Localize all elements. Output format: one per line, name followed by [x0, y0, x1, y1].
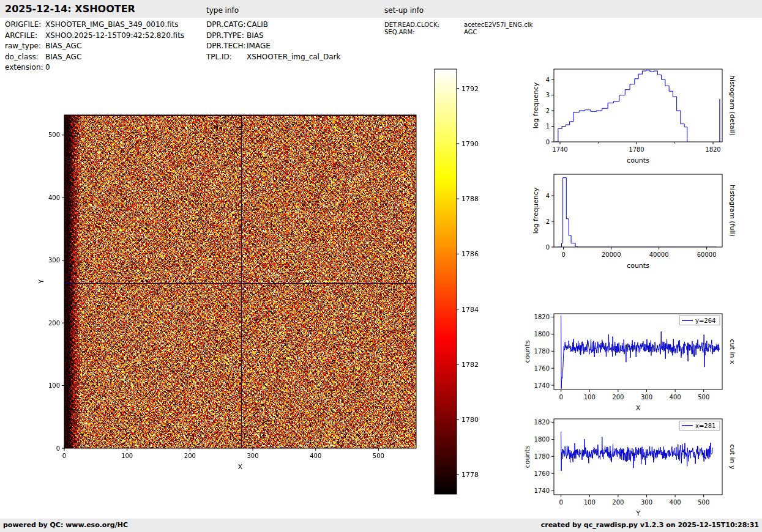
- figure-area: 01002003004005000100200300400500XY177817…: [0, 0, 762, 532]
- tick-label: 200: [184, 453, 196, 459]
- footer-right-text: created by qc_rawdisp.py v1.2.3 on 2025-…: [541, 521, 759, 529]
- colorbar-tick-label: 1784: [461, 306, 479, 314]
- type-metadata-block: DPR.CATG:CALIBDPR.TYPE:BIASDPR.TECH:IMAG…: [206, 20, 340, 63]
- metadata-label: TPL.ID:: [206, 53, 247, 64]
- colorbar-frame: [435, 69, 457, 494]
- tick-label: 1820: [534, 314, 550, 320]
- right-axis-label: histogram (full): [728, 185, 736, 237]
- tick-label: 400: [670, 499, 681, 506]
- metadata-value: XSHOOTER_IMG_BIAS_349_0010.fits: [45, 20, 179, 31]
- colorbar-tick-label: 1792: [461, 85, 479, 93]
- metadata-row: raw_type:BIAS_AGC: [5, 42, 184, 53]
- tick-label: 300: [641, 499, 652, 506]
- hist-detail-plot: 17401780182001234countslog frequencyhist…: [510, 61, 759, 174]
- tick-label: 40000: [649, 251, 669, 258]
- tick-label: 1760: [534, 365, 550, 372]
- metadata-row: ORIGFILE:XSHOOTER_IMG_BIAS_349_0010.fits: [5, 20, 184, 31]
- tick-label: 100: [584, 394, 596, 401]
- tick-label: 2: [546, 108, 550, 114]
- tick-label: 500: [373, 453, 384, 459]
- tick-label: 2: [546, 218, 550, 225]
- tick-label: 400: [670, 394, 681, 401]
- metadata-value: IMAGE: [247, 42, 271, 53]
- metadata-value: acetecE2V57I_ENG.clk: [464, 21, 532, 29]
- metadata-label: DPR.CATG:: [206, 20, 247, 31]
- tick-label: 200: [48, 320, 60, 327]
- tick-label: 500: [48, 131, 60, 138]
- y-axis-label: log frequency: [532, 82, 540, 128]
- metadata-value: AGC: [464, 29, 477, 36]
- x-axis-label: X: [238, 463, 243, 471]
- tick-label: 500: [698, 394, 709, 401]
- x-axis-label: Y: [635, 509, 640, 517]
- qc-report-page: 2025-12-14: XSHOOTER type info set-up in…: [0, 0, 762, 532]
- data-line: [561, 316, 720, 389]
- tick-label: 1780: [534, 348, 550, 355]
- colorbar-tick-label: 1780: [461, 416, 479, 424]
- tick-label: 1800: [534, 331, 550, 338]
- metadata-label: SEQ.ARM:: [384, 29, 464, 36]
- setup-info-heading: set-up info: [384, 6, 424, 15]
- tick-label: 4: [546, 76, 550, 83]
- metadata-label: ARCFILE:: [5, 31, 45, 42]
- y-axis-label: Y: [37, 279, 45, 284]
- metadata-row: SEQ.ARM:AGC: [384, 29, 532, 36]
- metadata-label: DPR.TYPE:: [206, 31, 247, 42]
- cut-y-plot: 010020030040050017401760178018001820Ycou…: [510, 410, 759, 526]
- x-axis-label: counts: [627, 157, 649, 164]
- tick-label: 100: [48, 382, 60, 389]
- tick-label: 300: [247, 453, 258, 459]
- colorbar-tick-label: 1788: [461, 195, 479, 203]
- cut-x-plot: 010020030040050017401760178018001820Xcou…: [510, 305, 759, 421]
- tick-label: 1740: [534, 382, 550, 389]
- metadata-label: ORIGFILE:: [5, 20, 45, 31]
- metadata-row: DPR.CATG:CALIB: [206, 20, 340, 31]
- tick-label: 100: [584, 499, 596, 506]
- tick-label: 0: [62, 453, 66, 459]
- x-axis-label: counts: [627, 262, 649, 270]
- footer-left-text: powered by QC: www.eso.org/HC: [3, 521, 128, 529]
- tick-label: 20000: [602, 251, 621, 258]
- metadata-value: CALIB: [247, 20, 268, 31]
- colorbar-tick-label: 1790: [461, 140, 479, 148]
- tick-label: 1760: [534, 470, 550, 477]
- colorbar-tick-label: 1782: [461, 361, 479, 369]
- metadata-row: TPL.ID:XSHOOTER_img_cal_Dark: [206, 53, 340, 64]
- tick-label: 1800: [534, 436, 550, 443]
- tick-label: 0: [56, 445, 60, 452]
- type-info-heading: type info: [206, 6, 239, 15]
- data-line: [557, 178, 716, 247]
- tick-label: 100: [121, 453, 133, 459]
- legend-label: y=264: [695, 317, 715, 324]
- metadata-value: XSHOO.2025-12-15T09:42:52.820.fits: [45, 31, 184, 42]
- tick-label: 1820: [705, 146, 720, 153]
- tick-label: 60000: [697, 251, 717, 258]
- right-axis-label: histogram (detail): [728, 75, 736, 136]
- hist-full-plot: 0200004000060000024countslog frequencyhi…: [510, 166, 759, 279]
- header-bar: 2025-12-14: XSHOOTER type info set-up in…: [0, 0, 762, 18]
- plot-frame: [554, 69, 722, 142]
- metadata-value: XSHOOTER_img_cal_Dark: [247, 53, 340, 64]
- metadata-row: DPR.TECH:IMAGE: [206, 42, 340, 53]
- y-axis-label: log frequency: [532, 187, 540, 234]
- metadata-row: DPR.TYPE:BIAS: [206, 31, 340, 42]
- tick-label: 1: [546, 123, 550, 130]
- right-axis-label: cut in y: [728, 445, 736, 470]
- data-line: [561, 432, 712, 471]
- colorbar-plot: 17781780178217841786178817901792: [428, 62, 499, 501]
- tick-label: 400: [310, 453, 321, 459]
- metadata-label: DET.READ.CLOCK:: [384, 21, 464, 29]
- metadata-label: extension:: [5, 63, 45, 74]
- tick-label: 3: [546, 92, 550, 98]
- tick-label: 300: [641, 394, 652, 401]
- setup-metadata-block: DET.READ.CLOCK:acetecE2V57I_ENG.clkSEQ.A…: [384, 21, 532, 35]
- tick-label: 0: [561, 251, 565, 258]
- tick-label: 0: [546, 139, 550, 146]
- tick-label: 1780: [534, 453, 550, 460]
- metadata-value: BIAS_AGC: [45, 42, 81, 53]
- metadata-label: raw_type:: [5, 42, 45, 53]
- tick-label: 1780: [629, 146, 644, 153]
- metadata-value: BIAS: [247, 31, 264, 42]
- legend-label: x=281: [695, 423, 715, 429]
- tick-label: 200: [612, 499, 624, 506]
